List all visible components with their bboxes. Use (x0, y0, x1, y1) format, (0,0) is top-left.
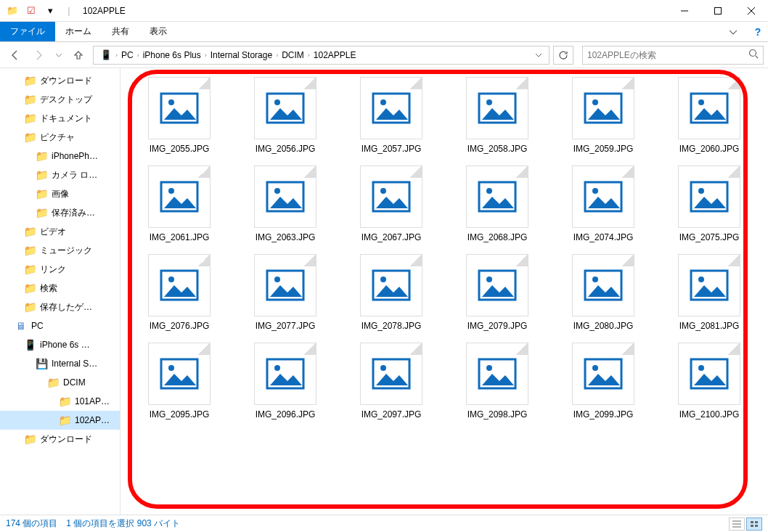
file-name: IMG_2097.JPG (361, 409, 422, 420)
qat-more-icon[interactable]: ▾ (42, 3, 58, 19)
file-name: IMG_2059.JPG (573, 144, 634, 154)
file-item[interactable]: IMG_2079.JPG (444, 251, 550, 334)
file-item[interactable]: IMG_2059.JPG (550, 74, 656, 157)
tree-item[interactable]: 📁iPhonePh… (0, 147, 120, 165)
file-item[interactable]: IMG_2099.JPG (550, 340, 656, 422)
image-file-icon (254, 254, 316, 316)
search-input[interactable] (587, 50, 748, 60)
file-name: IMG_2057.JPG (361, 144, 422, 154)
maximize-button[interactable] (701, 0, 735, 22)
forward-button[interactable] (29, 45, 49, 65)
ribbon-expand-icon[interactable] (719, 22, 748, 41)
tree-item[interactable]: 💾Internal S… (0, 354, 120, 373)
up-button[interactable] (68, 45, 89, 65)
file-item[interactable]: IMG_2080.JPG (550, 251, 656, 334)
tab-home[interactable]: ホーム (55, 22, 102, 41)
search-box[interactable] (582, 46, 764, 65)
properties-icon[interactable]: ☑ (23, 3, 39, 19)
file-item[interactable]: IMG_2074.JPG (550, 163, 656, 245)
file-item[interactable]: IMG_2096.JPG (232, 340, 338, 422)
file-item[interactable]: IMG_2063.JPG (232, 163, 338, 245)
tree-item[interactable]: 📁101AP… (0, 392, 120, 411)
breadcrumb[interactable]: DCIM (278, 50, 308, 60)
tree-item[interactable]: 📁カメラ ロ… (0, 165, 120, 184)
content-scroll[interactable]: IMG_2055.JPGIMG_2056.JPGIMG_2057.JPGIMG_… (120, 68, 768, 515)
file-item[interactable]: IMG_2055.JPG (126, 74, 232, 157)
breadcrumb-bar[interactable]: 📱 › PC › iPhone 6s Plus › Internal Stora… (93, 46, 550, 65)
image-file-icon (360, 343, 422, 405)
file-item[interactable]: IMG_2100.JPG (656, 340, 762, 422)
svg-rect-51 (755, 521, 758, 523)
file-item[interactable]: IMG_2060.JPG (656, 74, 762, 157)
file-item[interactable]: IMG_2056.JPG (232, 74, 338, 157)
breadcrumb[interactable]: Internal Storage (207, 50, 276, 60)
recent-locations-icon[interactable] (54, 45, 64, 65)
details-view-button[interactable] (729, 517, 745, 531)
close-button[interactable] (735, 0, 768, 22)
file-item[interactable]: IMG_2067.JPG (338, 163, 444, 245)
tree-item[interactable]: 📱iPhone 6s … (0, 335, 120, 354)
tree-item[interactable]: 📁保存済み… (0, 203, 120, 222)
file-item[interactable]: IMG_2078.JPG (338, 251, 444, 334)
refresh-button[interactable] (553, 46, 573, 65)
tree-item[interactable]: 📁ピクチャ (0, 128, 120, 147)
file-item[interactable]: IMG_2058.JPG (444, 74, 550, 157)
back-button[interactable] (4, 45, 25, 65)
file-name: IMG_2058.JPG (467, 144, 528, 154)
icons-view-button[interactable] (746, 517, 762, 531)
image-file-icon (360, 254, 422, 316)
image-file-icon (678, 343, 740, 405)
tree-item[interactable]: 🖥PC (0, 316, 120, 335)
svg-point-41 (274, 365, 280, 371)
file-item[interactable]: IMG_2081.JPG (656, 251, 762, 334)
tree-item[interactable]: 📁ミュージック (0, 241, 120, 260)
tab-view[interactable]: 表示 (139, 22, 177, 41)
file-item[interactable]: IMG_2061.JPG (126, 163, 232, 245)
breadcrumb[interactable]: 102APPLE (310, 50, 360, 60)
minimize-button[interactable] (668, 0, 701, 22)
svg-rect-53 (755, 525, 758, 527)
breadcrumb[interactable]: PC (118, 50, 137, 60)
file-name: IMG_2077.JPG (256, 321, 316, 331)
tree-item[interactable]: 📁ビデオ (0, 222, 120, 241)
navigation-tree[interactable]: 📁ダウンロード📁デスクトップ📁ドキュメント📁ピクチャ📁iPhonePh…📁カメラ… (0, 68, 120, 515)
file-item[interactable]: IMG_2068.JPG (444, 163, 550, 245)
tab-share[interactable]: 共有 (102, 22, 139, 41)
tab-file[interactable]: ファイル (0, 22, 55, 41)
address-history-icon[interactable] (531, 50, 546, 60)
device-icon[interactable]: 📱 (97, 49, 115, 60)
tree-item[interactable]: 📁DCIM (0, 373, 120, 392)
svg-point-25 (698, 188, 704, 194)
folder-icon: 📁 (35, 187, 48, 200)
file-name: IMG_2075.JPG (679, 232, 740, 242)
folder-icon: 📁 (23, 282, 36, 295)
file-name: IMG_2063.JPG (256, 232, 316, 242)
file-item[interactable]: IMG_2095.JPG (126, 340, 232, 422)
folder-icon: 📁 (46, 376, 60, 389)
search-icon[interactable] (748, 49, 759, 61)
tree-item[interactable]: 📁ダウンロード (0, 71, 120, 90)
tree-item-label: 102AP… (75, 415, 110, 425)
tree-item[interactable]: 📁ダウンロード (0, 430, 120, 449)
file-item[interactable]: IMG_2077.JPG (232, 251, 338, 334)
help-icon[interactable]: ? (748, 22, 768, 41)
svg-point-11 (592, 99, 598, 105)
file-item[interactable]: IMG_2076.JPG (126, 251, 232, 334)
breadcrumb[interactable]: iPhone 6s Plus (139, 50, 205, 60)
file-item[interactable]: IMG_2075.JPG (656, 163, 762, 245)
tree-item[interactable]: 📁画像 (0, 184, 120, 203)
file-item[interactable]: IMG_2098.JPG (444, 340, 550, 422)
tree-item[interactable]: 📁デスクトップ (0, 90, 120, 109)
tree-item[interactable]: 📁保存したゲ… (0, 298, 120, 316)
image-file-icon (678, 254, 740, 316)
tree-item[interactable]: 📁検索 (0, 279, 120, 298)
tree-item[interactable]: 📁リンク (0, 260, 120, 279)
tree-item-label: ピクチャ (40, 131, 75, 144)
tree-item[interactable]: 📁ドキュメント (0, 109, 120, 128)
file-item[interactable]: IMG_2057.JPG (338, 74, 444, 157)
tree-item[interactable]: 📁102AP… (0, 411, 120, 430)
file-name: IMG_2081.JPG (679, 321, 740, 331)
tree-item-label: ダウンロード (40, 75, 92, 87)
tree-item-label: ビデオ (40, 226, 66, 238)
file-item[interactable]: IMG_2097.JPG (338, 340, 444, 422)
